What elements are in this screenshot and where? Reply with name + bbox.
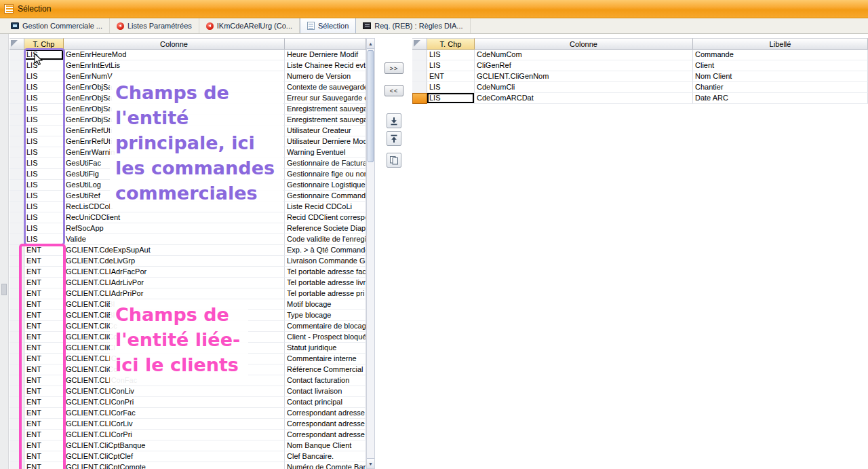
cell-type-champ[interactable]: LIS <box>427 93 475 104</box>
table-row[interactable]: LIS RecUniCDClient Recid CDClient corres… <box>9 212 366 223</box>
table-row[interactable]: LIS GenEnrWarnin Warning Eventuel <box>9 147 366 158</box>
row-selector[interactable] <box>9 180 24 191</box>
cell-libelle[interactable]: Heure Derniere Modif <box>285 50 366 60</box>
cell-colonne[interactable]: GCLIENT.CLIC <box>64 354 285 364</box>
table-row[interactable]: ENT GCLIENT.CLIConLiv Contact livraison <box>9 386 366 397</box>
cell-colonne[interactable]: GCLIENT.CLIAdrFacPor <box>64 267 285 278</box>
row-selector[interactable] <box>9 332 24 343</box>
cell-libelle[interactable]: Nom Client <box>693 71 868 82</box>
cell-type-champ[interactable]: ENT <box>24 354 64 364</box>
row-selector[interactable] <box>9 386 24 397</box>
tab[interactable]: Sélection <box>300 18 356 33</box>
row-selector[interactable] <box>9 430 24 440</box>
table-row[interactable]: ENT GCLIENT.CliCc Référence Commercial <box>9 364 366 375</box>
table-row[interactable]: LIS Valide Code validite de l'enregi <box>9 234 366 245</box>
cell-colonne[interactable]: GenEnrRefUti <box>64 126 285 136</box>
cell-type-champ[interactable]: ENT <box>24 299 64 310</box>
cell-type-champ[interactable]: LIS <box>24 104 64 115</box>
cell-colonne[interactable]: GenEnrObjSa <box>64 115 285 126</box>
cell-type-champ[interactable]: LIS <box>24 212 64 223</box>
row-selector[interactable] <box>9 256 24 267</box>
left-grid-scrollbar[interactable]: ▲ ▼ <box>366 38 375 469</box>
cell-type-champ[interactable]: ENT <box>24 408 64 419</box>
row-selector[interactable] <box>9 169 24 180</box>
table-row[interactable]: LIS GesUtiRef Gestionnaire Commande <box>9 191 366 202</box>
cell-libelle[interactable]: Correspondant adresse <box>285 419 366 430</box>
cell-colonne[interactable]: GenEnrObjSa <box>64 93 285 104</box>
cell-colonne[interactable]: GCLIENT.CliGenNom <box>475 71 693 82</box>
table-row[interactable]: ENT GCLIENT.CliCptCompte Numéro de Compt… <box>9 462 366 469</box>
row-selector[interactable] <box>9 115 24 126</box>
cell-libelle[interactable]: Code validite de l'enregi <box>285 234 366 245</box>
cell-libelle[interactable]: Contact livraison <box>285 386 366 397</box>
table-row[interactable]: ENT GCLIENT.CliCc Commentaire de blocag <box>9 321 366 332</box>
cell-colonne[interactable]: GCLIENT.CliBl <box>64 310 285 321</box>
cell-libelle[interactable]: Gestionnaire de Factura <box>285 158 366 169</box>
select-all-corner[interactable] <box>9 38 24 50</box>
cell-type-champ[interactable]: ENT <box>24 440 64 451</box>
cell-type-champ[interactable]: ENT <box>427 71 475 82</box>
cell-type-champ[interactable]: ENT <box>24 332 64 343</box>
cell-libelle[interactable]: Client <box>693 60 868 71</box>
table-row[interactable]: LIS GenEnrObjSa Contexte de sauvegarde <box>9 82 366 93</box>
row-selector[interactable] <box>9 104 24 115</box>
table-row[interactable]: ENT GCLIENT.CLICorPri Correspondant adre… <box>9 430 366 440</box>
table-row[interactable]: ENT GCLIENT.CliBl Type blocage <box>9 310 366 321</box>
table-row[interactable]: ENT GCLIENT.CLICorLiv Correspondant adre… <box>9 419 366 430</box>
row-selector[interactable] <box>9 126 24 136</box>
cell-type-champ[interactable]: ENT <box>24 310 64 321</box>
row-selector[interactable] <box>9 212 24 223</box>
cell-type-champ[interactable]: ENT <box>24 364 64 375</box>
tab[interactable]: IKmCdeARelUrg (Co... <box>199 18 300 33</box>
row-selector[interactable] <box>9 267 24 278</box>
table-row[interactable]: LIS GenEnrRefUti Utilisateur Createur <box>9 126 366 136</box>
cell-type-champ[interactable]: LIS <box>24 158 64 169</box>
cell-type-champ[interactable]: LIS <box>24 234 64 245</box>
cell-colonne[interactable]: GCLIENT.CliCl <box>64 343 285 354</box>
cell-type-champ[interactable]: LIS <box>24 180 64 191</box>
table-row[interactable]: ENT GCLIENT.CLIAdrPriPor Tel portable ad… <box>9 288 366 299</box>
table-row[interactable]: ENT GCLIENT.CdeExpSupAut Exp. > à Qté Co… <box>9 245 366 256</box>
cell-type-champ[interactable]: ENT <box>24 462 64 469</box>
cell-libelle[interactable]: Chantier <box>693 82 868 93</box>
table-row[interactable]: LIS GenEnrObjSa Enregistrement sauvega <box>9 104 366 115</box>
row-selector[interactable] <box>9 408 24 419</box>
table-row[interactable]: ENT GCLIENT.CdeLivGrp Livraison Commande… <box>9 256 366 267</box>
cell-libelle[interactable]: Contact facturation <box>285 375 366 386</box>
cell-libelle[interactable]: Liste Chainee Recid evt <box>285 60 366 71</box>
table-row[interactable]: ENT GCLIENT.CliCl Statut juridique <box>9 343 366 354</box>
table-row[interactable]: LIS GenEnrHeureMod Heure Derniere Modif <box>9 50 366 60</box>
cell-type-champ[interactable]: ENT <box>24 343 64 354</box>
row-selector[interactable] <box>9 223 24 234</box>
row-selector[interactable] <box>412 93 427 104</box>
table-row[interactable]: ENT GCLIENT.CliCc Client - Prospect bloq… <box>9 332 366 343</box>
column-header-colonne[interactable]: Colonne <box>475 38 693 50</box>
cell-libelle[interactable]: Correspondant adresse <box>285 408 366 419</box>
cell-colonne[interactable]: GCLIENT.CLIConFac <box>64 375 285 386</box>
cell-libelle[interactable]: Gestionnaire Logistique <box>285 180 366 191</box>
tab[interactable]: Req. (REB) : Règles DIA... <box>356 18 470 33</box>
cell-libelle[interactable]: Statut juridique <box>285 343 366 354</box>
cell-colonne[interactable]: Valide <box>64 234 285 245</box>
cell-libelle[interactable]: Livraison Commande Gr <box>285 256 366 267</box>
table-row[interactable]: ENT GCLIENT.CLIConFac Contact facturatio… <box>9 375 366 386</box>
cell-colonne[interactable]: GCLIENT.CdeExpSupAut <box>64 245 285 256</box>
cell-colonne[interactable]: GCLIENT.CLICorLiv <box>64 419 285 430</box>
cell-libelle[interactable]: Gestionnaire Commande <box>285 191 366 202</box>
cell-colonne[interactable]: GesUtiFig <box>64 169 285 180</box>
cell-libelle[interactable]: Référence Commercial <box>285 364 366 375</box>
cell-libelle[interactable]: Tel portable adresse fac <box>285 267 366 278</box>
cell-libelle[interactable]: Utilisateur Derniere Mod <box>285 136 366 147</box>
cell-colonne[interactable]: GCLIENT.CLIConLiv <box>64 386 285 397</box>
cell-colonne[interactable]: GenEnrObjSa <box>64 104 285 115</box>
remove-field-button[interactable]: << <box>384 85 403 96</box>
cell-libelle[interactable]: Reference Societe Diap <box>285 223 366 234</box>
cell-colonne[interactable]: GenEnrHeureMod <box>64 50 285 60</box>
scroll-down-arrow-icon[interactable]: ▼ <box>367 458 374 468</box>
cell-libelle[interactable]: Clef Bancaire. <box>285 451 366 462</box>
table-row[interactable]: ENT GCLIENT.CliBl Motif blocage <box>9 299 366 310</box>
row-selector[interactable] <box>9 462 24 469</box>
table-row[interactable]: LIS CliGenRef Client <box>412 60 868 71</box>
cell-libelle[interactable]: Liste Recid CDCoLi <box>285 202 366 212</box>
row-selector[interactable] <box>9 310 24 321</box>
